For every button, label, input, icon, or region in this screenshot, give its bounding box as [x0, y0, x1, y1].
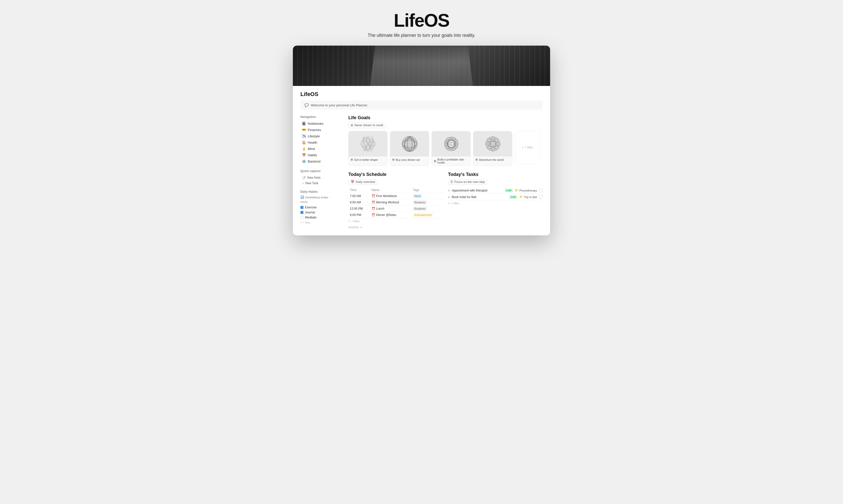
task-checkbox-0[interactable] — [539, 189, 543, 192]
table-row[interactable]: 6:00 AM ⏰ Morning Workout Routines — [348, 199, 443, 205]
journal-label: Journal — [305, 211, 315, 214]
goals-grid: ⊞ Get in better shape — [348, 131, 543, 166]
goal-icon-car: ⊞ — [392, 158, 395, 161]
schedule-section: Today's Schedule 📅 Daily overview Time N… — [348, 172, 443, 230]
life-goals-filter[interactable]: ⊞ Never dream to small — [348, 123, 385, 128]
table-row[interactable]: 7:00 AM ⏰ First Workblock Work — [348, 193, 443, 199]
goal-card-car[interactable]: ⊞ Buy your dream car — [390, 131, 429, 166]
table-row[interactable]: 12:00 PM ⏰ Lunch Routines — [348, 205, 443, 212]
schedule-filter-label: Daily overview — [356, 180, 375, 184]
plus-icon: + — [522, 146, 524, 149]
add-habit-button[interactable]: + + Neu — [300, 220, 341, 225]
new-note-button[interactable]: 📝 New Note — [300, 175, 341, 180]
add-habit-label: + Neu — [303, 221, 310, 224]
goal-image-adventure — [474, 131, 512, 157]
add-task-button[interactable]: + + Neu — [448, 200, 543, 206]
goal-icon-shape: ⊞ — [350, 158, 353, 161]
sphere-svg-shape — [359, 135, 377, 153]
app-name: LifeOS — [300, 91, 318, 97]
goal-card-shape[interactable]: ⊞ Get in better shape — [348, 131, 388, 166]
table-row[interactable]: 6:00 PM ⏰ Dinner @Nobu Entertainment — [348, 212, 443, 218]
cell-tag-3: Entertainment — [411, 212, 443, 218]
new-note-label: New Note — [307, 176, 321, 179]
sidebar-item-mind[interactable]: 💡 Mind — [300, 146, 341, 152]
goal-image-shape — [349, 131, 387, 157]
lifestyle-icon: ✈️ — [302, 134, 306, 138]
backend-icon: ⚙️ — [302, 160, 306, 163]
goal-label-shape: ⊞ Get in better shape — [349, 157, 387, 163]
sidebar-item-finances[interactable]: 💳 Finances — [300, 127, 341, 133]
task-item-1: ≡ Book hotel for Bali Low 📁 Trip to Bali — [448, 194, 543, 200]
daily-habits-section: Daily Habits 🔄 Consistency is key › Heut… — [300, 190, 341, 225]
sidebar-item-lifestyle[interactable]: ✈️ Lifestyle — [300, 133, 341, 139]
schedule-filter[interactable]: 📅 Daily overview — [348, 179, 377, 185]
life-goals-section: Life Goals ⊞ Never dream to small — [348, 115, 543, 166]
sidebar-item-backend[interactable]: ⚙️ Backend — [300, 159, 341, 164]
tag-badge-2: Routines — [413, 206, 427, 211]
goal-card-adventure[interactable]: ⊞ Adventure the world — [473, 131, 512, 166]
goal-icon-hustle: ⊞ — [434, 160, 436, 163]
plus-icon-schedule: + — [348, 219, 350, 223]
count-label: ANZAHL — [348, 226, 359, 229]
sidebar-label-mind: Mind — [308, 147, 315, 151]
add-goal-button[interactable]: + + Neu — [515, 131, 540, 164]
speech-bubble-icon: 💬 — [305, 103, 309, 107]
sidebar-label-backend: Backend — [308, 160, 321, 163]
row-icon-0: ⏰ — [372, 194, 375, 198]
add-schedule-button[interactable]: + + Neu — [348, 218, 443, 224]
goal-label-adventure: ⊞ Adventure the world — [474, 157, 512, 163]
cell-tag-0: Work — [411, 193, 443, 199]
habits-icon: 📅 — [302, 153, 306, 157]
col-tags: Tags — [411, 187, 443, 193]
task-checkbox-1[interactable] — [539, 195, 543, 199]
new-task-icon: ○ — [302, 181, 304, 185]
goal-icon-adventure: ⊞ — [476, 158, 478, 161]
page-title: LifeOS — [368, 10, 476, 31]
col-name: Name — [370, 187, 411, 193]
schedule-title: Today's Schedule — [348, 172, 443, 177]
main-content: LifeOS 💬 Welcome to your personal Life P… — [293, 86, 550, 235]
folder-icon-1: 📁 — [519, 195, 523, 199]
refresh-icon: 🔄 — [300, 196, 304, 199]
row-icon-2: ⏰ — [372, 207, 375, 211]
sidebar-item-health[interactable]: 🏠 Health — [300, 140, 341, 145]
welcome-banner: 💬 Welcome to your personal Life Planner. — [300, 101, 543, 110]
cell-time-3: 6:00 PM — [348, 212, 370, 218]
exercise-checkbox[interactable] — [300, 206, 304, 209]
cell-time-2: 12:00 PM — [348, 205, 370, 212]
priority-badge-0: Low — [505, 188, 513, 192]
sidebar-label-notebooks: Notebooks — [308, 122, 323, 126]
svg-point-12 — [448, 143, 455, 145]
habit-journal: Journal — [300, 210, 341, 215]
meditate-checkbox[interactable] — [300, 216, 304, 219]
body-layout: Navigation 📓 Notebooks 💳 Finances ✈️ Lif… — [293, 113, 550, 235]
sidebar: Navigation 📓 Notebooks 💳 Finances ✈️ Lif… — [300, 115, 341, 230]
goal-card-hustle[interactable]: ⊞ Build a profitable side hustle — [432, 131, 471, 166]
tag-badge-1: Routines — [413, 200, 427, 204]
tasks-section: Today's Tasks ☰ Focus on the next step ≡… — [448, 172, 543, 230]
tasks-title: Today's Tasks — [448, 172, 543, 177]
task-icon-1: ≡ — [448, 195, 450, 199]
tasks-filter[interactable]: ☰ Focus on the next step — [448, 179, 487, 185]
meditate-label: Meditate — [305, 216, 316, 219]
journal-checkbox[interactable] — [300, 211, 304, 214]
navigation-section-title: Navigation — [300, 115, 341, 119]
new-task-button[interactable]: ○ New Task — [300, 180, 341, 186]
count-value: 4 — [360, 226, 362, 229]
new-task-label: New Task — [305, 181, 318, 185]
welcome-text: Welcome to your personal Life Planner. — [311, 103, 368, 107]
bottom-row: Today's Schedule 📅 Daily overview Time N… — [348, 172, 543, 230]
tag-badge-0: Work — [413, 194, 422, 198]
sidebar-item-notebooks[interactable]: 📓 Notebooks — [300, 121, 341, 126]
tasks-filter-label: Focus on the next step — [454, 180, 485, 184]
filter-label: Never dream to small — [355, 124, 383, 127]
cell-tag-2: Routines — [411, 205, 443, 212]
sidebar-label-lifestyle: Lifestyle — [308, 134, 320, 138]
sidebar-item-habits[interactable]: 📅 Habits — [300, 152, 341, 158]
quick-capture-section-title: Quick capture — [300, 169, 341, 173]
sidebar-label-health: Health — [308, 141, 317, 144]
task-icon-0: ≡ — [448, 189, 450, 192]
svg-point-13 — [485, 136, 500, 151]
habit-meditate: Meditate — [300, 215, 341, 220]
cell-time-0: 7:00 AM — [348, 193, 370, 199]
